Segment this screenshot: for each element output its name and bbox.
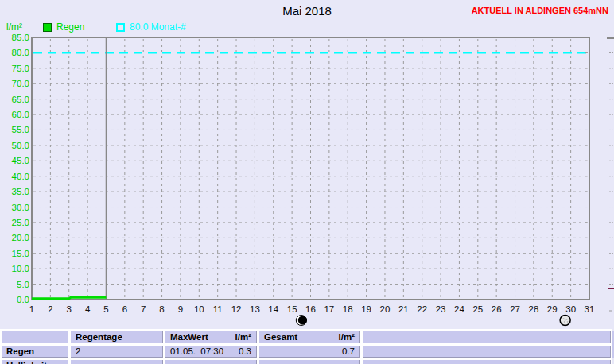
y-tick-label: 55.0: [12, 125, 29, 134]
regentage-header: Regentage: [71, 331, 163, 343]
y-tick-label: 20.0: [12, 233, 29, 242]
x-tick-label: 5: [103, 304, 108, 314]
y-tick-label: 40.0: [12, 172, 29, 181]
x-tick-label: 17: [324, 304, 334, 314]
y-tick-label: 75.0: [12, 64, 29, 73]
table-row-label-regen: Regen: [2, 346, 68, 358]
y-tick-label: 0.0: [17, 295, 29, 304]
full-moon-texture: [565, 319, 566, 321]
x-tick-label: 6: [122, 304, 127, 314]
maxwert-header: MaxWert l/m²: [165, 331, 257, 343]
x-tick-label: 10: [194, 304, 204, 314]
x-tick-label: 12: [231, 304, 242, 314]
x-tick-label: 20: [380, 304, 391, 314]
y-tick-label: 45.0: [12, 156, 29, 165]
x-tick-label: 23: [436, 304, 446, 314]
y-tick-label: 30.0: [12, 203, 29, 212]
x-tick-label: 18: [343, 304, 353, 314]
table-row-label-helligkeit: Helligkeit: [2, 360, 68, 364]
x-tick-label: 16: [305, 304, 316, 314]
x-tick-label: 1: [29, 304, 34, 314]
full-moon-texture: [563, 318, 565, 319]
gesamt-value: 0.7: [259, 346, 360, 358]
x-tick-label: 29: [547, 304, 558, 314]
x-tick-label: 22: [417, 304, 427, 314]
x-tick-label: 26: [492, 304, 502, 314]
y-tick-label: 15.0: [12, 249, 29, 258]
x-tick-label: 25: [472, 304, 483, 314]
y-tick-label: 10.0: [12, 264, 29, 273]
y-tick-label: 85.0: [12, 33, 29, 42]
x-tick-label: 8: [159, 304, 164, 314]
x-tick-label: 2: [48, 304, 52, 314]
x-tick-label: 27: [510, 304, 520, 314]
y-tick-label: 5.0: [17, 280, 29, 289]
x-tick-label: 7: [141, 304, 146, 314]
x-tick-label: 14: [268, 304, 278, 314]
y-tick-label: 70.0: [12, 79, 29, 88]
x-tick-label: 30: [565, 304, 576, 314]
table-row3-cell: [259, 360, 360, 364]
new-moon-icon: [298, 316, 307, 324]
table-empty-value-cell: [363, 346, 611, 358]
gesamt-header: Gesamt l/m²: [259, 331, 360, 343]
x-tick-label: 19: [361, 304, 371, 314]
full-moon-texture: [564, 321, 565, 323]
y-tick-label: 25.0: [12, 218, 29, 227]
y-tick-label: 60.0: [12, 110, 29, 119]
table-row3-cell: [165, 360, 257, 364]
table-empty-header-cell: [363, 331, 611, 343]
x-tick-label: 31: [585, 304, 595, 314]
full-moon-texture: [567, 321, 569, 323]
x-tick-label: 28: [529, 304, 539, 314]
table-row3-cell: [363, 360, 611, 364]
rain-chart: 0.05.010.015.020.025.030.035.040.045.050…: [0, 0, 614, 331]
table-row3-cell: [71, 360, 163, 364]
full-moon-texture: [566, 319, 568, 320]
x-tick-label: 4: [85, 304, 91, 314]
x-tick-label: 13: [250, 304, 260, 314]
table-row-label-blank: [2, 331, 68, 343]
weather-month-window: Mai 2018 AKTUELL IN ALDINGEN 654mNN l/m²…: [0, 0, 614, 364]
y-tick-label: 50.0: [12, 141, 29, 150]
x-tick-label: 24: [454, 304, 464, 314]
y-tick-label: 80.0: [12, 48, 29, 57]
x-tick-label: 3: [67, 304, 72, 314]
x-tick-label: 15: [287, 304, 297, 314]
y-tick-label: 35.0: [12, 187, 29, 196]
maxwert-value: 01.05. 07:30 0.3: [165, 346, 257, 358]
regentage-value: 2: [71, 346, 163, 358]
y-tick-label: 65.0: [12, 95, 29, 104]
x-tick-label: 11: [213, 304, 223, 314]
x-tick-label: 9: [178, 304, 183, 314]
rain-line: [32, 297, 106, 299]
x-tick-label: 21: [398, 304, 409, 314]
